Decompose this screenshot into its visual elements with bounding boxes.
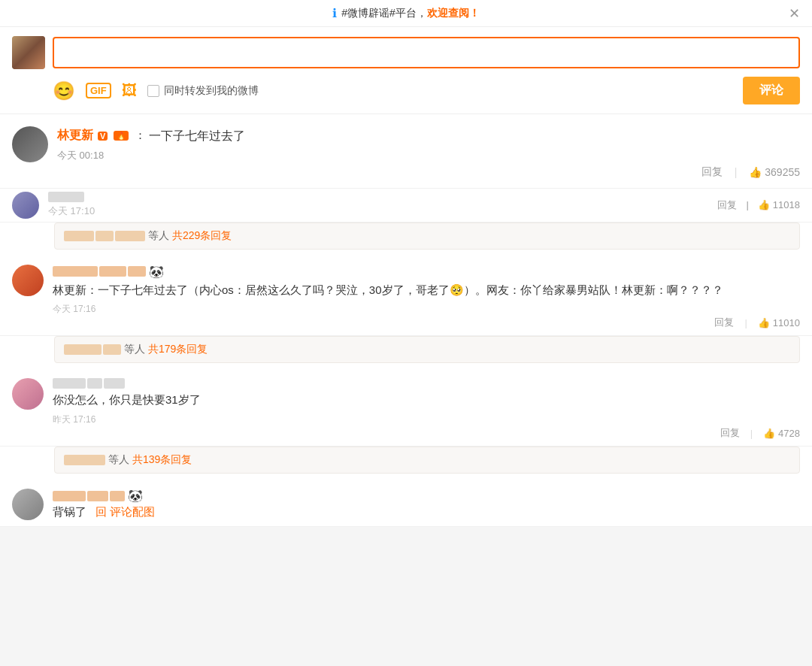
- comment-1-reply-button[interactable]: 回复: [714, 316, 734, 329]
- comment-item-1: 🐼 林更新：一下子七年过去了（内心os：居然这么久了吗？哭泣，30岁了，哥老了🥺…: [0, 256, 812, 337]
- blur-block-3: [115, 231, 145, 241]
- image-icon[interactable]: 🖼: [122, 82, 137, 99]
- post-colon: ：: [135, 129, 146, 143]
- username-blur-d2: [87, 491, 108, 501]
- comment-3-body: 🐼 背锅了 回 评论配图: [53, 489, 800, 520]
- post-actions: 回复 | 👍 369255: [57, 165, 800, 179]
- post-author-name[interactable]: 林更新: [57, 128, 93, 144]
- comment-input[interactable]: [53, 37, 800, 68]
- sub-comment-b-usernames: [64, 344, 121, 355]
- prev-like-count: 11018: [773, 199, 800, 210]
- blur-b-2: [103, 344, 121, 355]
- comment-2-like-icon: 👍: [763, 428, 775, 439]
- comment-input-area: 😊 GIF 🖼 同时转发到我的微博 评论: [0, 27, 812, 114]
- blur-b-1: [64, 344, 102, 355]
- like-icon: 👍: [749, 166, 762, 178]
- notification-highlight: 欢迎查阅！: [427, 7, 480, 19]
- panda-emoji-3: 🐼: [128, 489, 143, 503]
- blur-block-2: [95, 231, 114, 241]
- comment-2-username: [53, 378, 125, 389]
- prev-reply-button[interactable]: 回复: [717, 198, 737, 212]
- comment-1-avatar: [12, 265, 44, 296]
- username-blur-c2: [87, 378, 102, 389]
- repost-label: 同时转发到我的微博: [164, 84, 259, 98]
- comment-2-avatar: [12, 378, 44, 410]
- comment-3-link[interactable]: 回 评论配图: [95, 505, 155, 518]
- post-body: 林更新 V 🔥 ： 一下子七年过去了 今天 00:18 回复 | 👍 36925…: [57, 126, 800, 179]
- sub-comment-usernames: [64, 231, 145, 241]
- post-time: 今天 00:18: [57, 149, 800, 162]
- notification-prefix: #微博辟谣#平台，: [341, 7, 427, 19]
- info-icon: ℹ: [332, 6, 337, 20]
- comment-2-like-button[interactable]: 👍 4728: [763, 428, 800, 439]
- sub-comment-reply-count-b[interactable]: 共179条回复: [148, 343, 208, 356]
- prev-divider: |: [746, 199, 748, 210]
- sub-comment-b-static: 等人: [124, 343, 145, 356]
- post-author-row: 林更新 V 🔥 ： 一下子七年过去了: [57, 126, 800, 146]
- username-blur-d3: [110, 491, 125, 501]
- gif-button[interactable]: GIF: [86, 83, 111, 98]
- username-blur-c3: [104, 378, 125, 389]
- comment-3-username: [53, 491, 125, 501]
- username-blur-2: [99, 266, 126, 277]
- input-row: [12, 36, 800, 69]
- comment-1-author-row: 🐼: [53, 265, 800, 279]
- blurred-username-bar: [48, 192, 84, 202]
- comment-3-text-span: 背锅了: [53, 505, 86, 518]
- like-count: 369255: [765, 166, 800, 178]
- comment-1-time: 今天 17:16: [53, 303, 800, 316]
- username-blur-1: [53, 266, 98, 277]
- original-post: 林更新 V 🔥 ： 一下子七年过去了 今天 00:18 回复 | 👍 36925…: [0, 114, 812, 189]
- comment-item-2: 你没怎么，你只是快要31岁了 昨天 17:16 回复 | 👍 4728: [0, 369, 812, 447]
- comment-2-reply-button[interactable]: 回复: [720, 426, 740, 440]
- emoji-icon[interactable]: 😊: [53, 80, 75, 101]
- submit-comment-button[interactable]: 评论: [743, 77, 800, 104]
- prev-like-icon: 👍: [758, 199, 770, 210]
- verified-badge: V: [98, 132, 108, 141]
- comment-2-body: 你没怎么，你只是快要31岁了 昨天 17:16 回复 | 👍 4728: [53, 378, 800, 440]
- blur-c-1: [64, 455, 105, 465]
- reply-button[interactable]: 回复: [701, 165, 723, 179]
- sub-comment-static: 等人: [148, 229, 169, 243]
- sub-comment-reply-count-a[interactable]: 共229条回复: [172, 229, 232, 243]
- comment-3-text: 背锅了 回 评论配图: [53, 505, 800, 519]
- comment-1-like-button[interactable]: 👍 11010: [758, 317, 800, 328]
- prev-comment-row: 今天 17:10 回复 | 👍 11018: [0, 189, 812, 223]
- main-content: 林更新 V 🔥 ： 一下子七年过去了 今天 00:18 回复 | 👍 36925…: [0, 114, 812, 527]
- sub-comment-reply-count-c[interactable]: 共139条回复: [132, 453, 192, 467]
- comment-1-like-count: 11010: [773, 317, 800, 328]
- username-blur-3: [128, 266, 146, 277]
- post-author-avatar: [12, 126, 48, 162]
- comment-1-actions: 回复 | 👍 11010: [53, 316, 800, 329]
- close-icon[interactable]: ✕: [789, 7, 800, 20]
- prev-comment-time: 今天 17:10: [48, 204, 708, 218]
- sub-comment-expand-c[interactable]: 等人 共139条回复: [54, 447, 800, 474]
- comment-2-time: 昨天 17:16: [53, 413, 800, 426]
- comment-2-author-row: [53, 378, 800, 389]
- like-button[interactable]: 👍 369255: [749, 166, 800, 178]
- repost-checkbox-label[interactable]: 同时转发到我的微博: [147, 84, 259, 98]
- username-blur-c1: [53, 378, 86, 389]
- notification-bar: ℹ #微博辟谣#平台，欢迎查阅！ ✕: [0, 0, 812, 27]
- comment-2-text: 你没怎么，你只是快要31岁了: [53, 391, 800, 410]
- comment-2-like-count: 4728: [778, 428, 800, 439]
- username-blur-d1: [53, 491, 86, 501]
- comment-1-body: 🐼 林更新：一下子七年过去了（内心os：居然这么久了吗？哭泣，30岁了，哥老了🥺…: [53, 265, 800, 330]
- comment-3-avatar: [12, 489, 44, 520]
- comment-item-3-partial: 🐼 背锅了 回 评论配图: [0, 480, 812, 527]
- prev-like-button[interactable]: 👍 11018: [758, 199, 800, 210]
- divider: |: [735, 166, 738, 178]
- comment-1-username: [53, 266, 146, 277]
- sub-comment-c-static: 等人: [108, 453, 129, 467]
- repost-checkbox[interactable]: [147, 85, 159, 97]
- comment-2-actions: 回复 | 👍 4728: [53, 426, 800, 440]
- hot-badge: 🔥: [114, 131, 129, 141]
- panda-emoji-1: 🐼: [149, 265, 164, 279]
- sub-comment-c-usernames: [64, 455, 105, 465]
- sub-comment-expand-b[interactable]: 等人 共179条回复: [54, 336, 800, 363]
- sub-comment-expand-a[interactable]: 等人 共229条回复: [54, 223, 800, 250]
- comment-toolbar: 😊 GIF 🖼 同时转发到我的微博 评论: [12, 77, 800, 104]
- blur-block-1: [64, 231, 94, 241]
- comment-1-like-icon: 👍: [758, 317, 770, 328]
- user-avatar: [12, 36, 45, 69]
